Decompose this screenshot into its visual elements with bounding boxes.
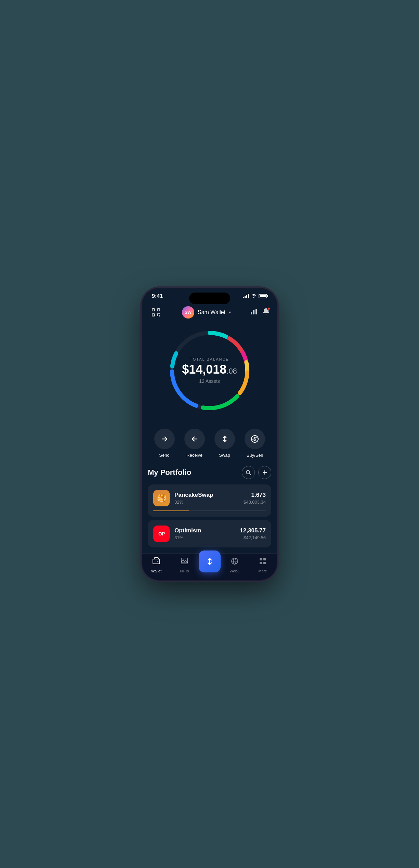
pancakeswap-amount: 1.673 [244, 492, 266, 498]
swap-label: Swap [219, 453, 230, 458]
buysell-label: Buy/Sell [247, 453, 263, 458]
portfolio-search-button[interactable] [242, 466, 255, 479]
signal-bars-icon [243, 294, 249, 298]
optimism-info: Optimism 31% [174, 527, 235, 540]
wallet-nav-icon [152, 557, 160, 567]
optimism-logo: OP [153, 526, 170, 542]
svg-rect-4 [158, 310, 159, 310]
balance-amount: $14,018.08 [182, 363, 237, 376]
nav-nfts[interactable]: NFTs [170, 557, 198, 573]
svg-rect-39 [263, 558, 266, 560]
send-button[interactable]: Send [154, 429, 175, 458]
optimism-amount: 12,305.77 [240, 527, 266, 534]
portfolio-section: My Portfolio [142, 466, 277, 553]
svg-text:$: $ [253, 436, 256, 442]
svg-rect-10 [251, 312, 252, 314]
svg-rect-5 [153, 315, 154, 315]
pancakeswap-progress-fill [153, 510, 189, 511]
optimism-usd: $42,149.56 [240, 535, 266, 540]
donut-chart: TOTAL BALANCE $14,018.08 12 Assets [165, 326, 254, 415]
pancakeswap-name: PancakeSwap [174, 492, 239, 498]
chevron-down-icon: ▾ [229, 310, 231, 315]
notification-badge [267, 307, 271, 310]
notification-bell-icon[interactable] [262, 308, 270, 317]
balance-label: TOTAL BALANCE [182, 357, 237, 361]
wallet-name-label: Sam Wallet [198, 309, 225, 315]
portfolio-add-button[interactable] [258, 466, 271, 479]
optimism-percent: 31% [174, 535, 235, 540]
phone-frame: 9:41 [142, 288, 277, 580]
svg-rect-3 [153, 310, 154, 310]
header-right-actions [250, 308, 270, 317]
swap-button[interactable]: Swap [214, 429, 235, 458]
nfts-nav-icon [180, 557, 188, 567]
assets-count: 12 Assets [182, 378, 237, 384]
svg-line-27 [249, 474, 251, 475]
header: SW Sam Wallet ▾ [142, 302, 277, 323]
web3-nav-label: Web3 [230, 569, 239, 573]
nav-center[interactable] [199, 557, 221, 572]
battery-icon [259, 294, 267, 298]
svg-point-32 [183, 559, 184, 560]
optimism-name: Optimism [174, 527, 235, 534]
wallet-nav-label: Wallet [151, 569, 161, 573]
asset-card-optimism[interactable]: OP Optimism 31% 12,305.77 $42,149.56 [148, 520, 271, 547]
scan-icon[interactable] [149, 306, 163, 319]
main-scroll: TOTAL BALANCE $14,018.08 12 Assets [142, 323, 277, 580]
status-time: 9:41 [152, 293, 163, 299]
pancakeswap-row: 🥞 PancakeSwap 32% 1.673 $43,003.34 [153, 490, 266, 506]
asset-card-pancakeswap[interactable]: 🥞 PancakeSwap 32% 1.673 $43,003.34 [148, 484, 271, 517]
nfts-nav-label: NFTs [180, 569, 189, 573]
wifi-icon [251, 294, 257, 299]
swap-icon [214, 429, 235, 449]
nav-more[interactable]: More [249, 557, 277, 573]
phone-screen: 9:41 [142, 288, 277, 580]
send-label: Send [159, 453, 169, 458]
pancakeswap-usd: $43,003.34 [244, 500, 266, 505]
bottom-nav: Wallet NFTs [142, 553, 277, 580]
web3-nav-icon [231, 557, 239, 567]
portfolio-header: My Portfolio [148, 466, 271, 479]
portfolio-header-actions [242, 466, 271, 479]
svg-rect-12 [256, 309, 257, 314]
more-nav-label: More [258, 569, 267, 573]
pancakeswap-info: PancakeSwap 32% [174, 492, 239, 505]
svg-point-26 [246, 470, 250, 474]
center-action-button[interactable] [199, 550, 221, 572]
receive-icon [184, 429, 205, 449]
balance-section: TOTAL BALANCE $14,018.08 12 Assets [142, 323, 277, 422]
dynamic-island [189, 293, 230, 304]
balance-center: TOTAL BALANCE $14,018.08 12 Assets [182, 357, 237, 384]
action-buttons: Send Receive [142, 422, 277, 466]
chart-icon[interactable] [250, 308, 258, 317]
more-nav-icon [259, 557, 267, 567]
receive-label: Receive [186, 453, 202, 458]
buysell-icon: $ [245, 429, 265, 449]
send-icon [154, 429, 175, 449]
pancakeswap-progress-bar [153, 510, 266, 511]
avatar: SW [182, 306, 194, 319]
status-icons [243, 294, 267, 299]
receive-button[interactable]: Receive [184, 429, 205, 458]
wallet-selector[interactable]: SW Sam Wallet ▾ [182, 306, 231, 319]
portfolio-title: My Portfolio [148, 468, 191, 477]
nav-wallet[interactable]: Wallet [142, 557, 170, 573]
svg-rect-11 [253, 310, 254, 314]
nav-web3[interactable]: Web3 [221, 557, 249, 573]
svg-rect-41 [263, 562, 266, 564]
svg-rect-38 [260, 558, 262, 560]
optimism-values: 12,305.77 $42,149.56 [240, 527, 266, 540]
pancakeswap-percent: 32% [174, 500, 239, 505]
pancakeswap-values: 1.673 $43,003.34 [244, 492, 266, 505]
pancakeswap-logo: 🥞 [153, 490, 170, 506]
svg-rect-30 [153, 559, 160, 564]
buysell-button[interactable]: $ Buy/Sell [245, 429, 265, 458]
svg-rect-40 [260, 562, 262, 564]
optimism-row: OP Optimism 31% 12,305.77 $42,149.56 [153, 526, 266, 542]
